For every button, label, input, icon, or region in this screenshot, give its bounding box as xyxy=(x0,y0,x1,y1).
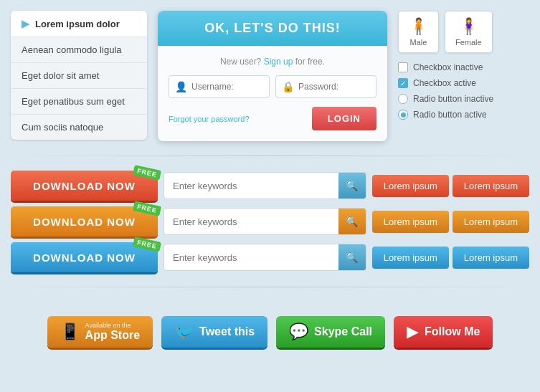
nav-item-label-2: Aenean commodo ligula xyxy=(22,44,121,55)
radio-inactive[interactable] xyxy=(398,94,408,104)
login-panel: OK, LET'S DO THIS! New user? Sign up for… xyxy=(158,11,387,141)
tweet-icon: 🐦 xyxy=(174,322,194,341)
login-fields: 👤 🔒 xyxy=(169,75,376,98)
checkbox-active-label: Checkbox active xyxy=(413,78,476,88)
login-button[interactable]: LOGIN xyxy=(312,107,376,130)
search-btn-1[interactable]: 🔍 xyxy=(338,172,366,199)
tweet-label: Tweet this xyxy=(199,325,255,338)
skype-label: Skype Call xyxy=(314,325,372,338)
login-header: OK, LET'S DO THIS! xyxy=(158,11,387,46)
nav-item-4[interactable]: Eget penatibus sum eget xyxy=(11,89,147,115)
small-btn-red-2[interactable]: Lorem ipsum xyxy=(453,175,529,197)
nav-item-3[interactable]: Eget dolor sit amet xyxy=(11,63,147,89)
female-label: Female xyxy=(455,38,482,47)
nav-item-1[interactable]: ▶ Lorem ipsum dolor xyxy=(11,11,147,37)
small-btn-orange-1[interactable]: Lorem ipsum xyxy=(372,211,449,233)
password-input-wrap: 🔒 xyxy=(275,75,376,98)
small-btn-red-1[interactable]: Lorem ipsum xyxy=(372,175,449,197)
btn-group-1: Lorem ipsum Lorem ipsum xyxy=(372,175,529,197)
checkbox-inactive[interactable] xyxy=(398,62,408,72)
small-btn-orange-2[interactable]: Lorem ipsum xyxy=(453,211,529,233)
follow-button[interactable]: ▶ Follow Me xyxy=(394,316,493,348)
right-panel: 🧍 Male 🧍‍♀️ Female Checkbox inactive Che… xyxy=(398,11,493,120)
nav-item-2[interactable]: Aenean commodo ligula xyxy=(11,37,147,63)
radio-active-row: Radio button active xyxy=(398,110,493,120)
checkbox-active-row: Checkbox active xyxy=(398,78,493,88)
gender-row: 🧍 Male 🧍‍♀️ Female xyxy=(398,11,493,53)
login-new-user-text: New user? Sign up for free. xyxy=(169,57,376,67)
forgot-password-link[interactable]: Forgot your password? xyxy=(169,115,250,123)
free-badge-blue: FREE xyxy=(133,236,161,252)
btn-group-3: Lorem ipsum Lorem ipsum xyxy=(372,247,529,269)
radio-inactive-row: Radio button inactive xyxy=(398,94,493,104)
radio-active-label: Radio button active xyxy=(413,110,487,120)
checkbox-inactive-label: Checkbox inactive xyxy=(413,62,483,72)
female-card[interactable]: 🧍‍♀️ Female xyxy=(445,11,493,53)
search-wrap-3: 🔍 xyxy=(164,244,366,271)
appstore-small-text: Available on the xyxy=(85,322,131,329)
follow-label: Follow Me xyxy=(425,325,480,338)
radio-inactive-label: Radio button inactive xyxy=(413,94,493,104)
checkbox-active[interactable] xyxy=(398,78,408,88)
nav-item-label-3: Eget dolor sit amet xyxy=(22,70,99,81)
tweet-button[interactable]: 🐦 Tweet this xyxy=(161,316,267,348)
free-badge-orange: FREE xyxy=(133,201,161,216)
nav-arrow-icon: ▶ xyxy=(22,18,29,29)
search-btn-3[interactable]: 🔍 xyxy=(338,244,366,271)
download-btn-blue[interactable]: DOWNLOAD NOW FREE xyxy=(11,242,158,272)
lock-icon: 🔒 xyxy=(282,81,294,92)
male-label: Male xyxy=(409,38,428,47)
sign-up-link[interactable]: Sign up xyxy=(264,57,293,67)
male-card[interactable]: 🧍 Male xyxy=(398,11,439,53)
nav-item-5[interactable]: Cum sociis natoque xyxy=(11,115,147,140)
user-icon: 👤 xyxy=(175,81,187,92)
skype-icon: 💬 xyxy=(289,322,308,341)
search-input-1[interactable] xyxy=(164,181,338,191)
follow-text: Follow Me xyxy=(425,325,480,338)
middle-section: DOWNLOAD NOW FREE 🔍 Lorem ipsum Lorem ip… xyxy=(11,171,529,272)
app-store-button[interactable]: 📱 Available on the App Store xyxy=(47,316,153,348)
download-row-1: DOWNLOAD NOW FREE 🔍 Lorem ipsum Lorem ip… xyxy=(11,171,529,201)
search-btn-2[interactable]: 🔍 xyxy=(338,208,366,235)
password-input[interactable] xyxy=(298,76,370,97)
checkbox-inactive-row: Checkbox inactive xyxy=(398,62,493,72)
download-btn-orange[interactable]: DOWNLOAD NOW FREE xyxy=(11,206,158,236)
divider-1 xyxy=(11,156,529,156)
download-btn-red[interactable]: DOWNLOAD NOW FREE xyxy=(11,171,158,201)
nav-item-label-5: Cum sociis natoque xyxy=(22,122,103,133)
username-input-wrap: 👤 xyxy=(169,75,270,98)
tweet-text: Tweet this xyxy=(199,325,255,338)
download-row-2: DOWNLOAD NOW FREE 🔍 Lorem ipsum Lorem ip… xyxy=(11,206,529,236)
search-input-3[interactable] xyxy=(164,252,338,263)
divider-2 xyxy=(11,287,529,287)
username-input[interactable] xyxy=(191,76,263,97)
small-btn-blue-2[interactable]: Lorem ipsum xyxy=(453,247,529,269)
top-row: ▶ Lorem ipsum dolor Aenean commodo ligul… xyxy=(11,11,529,141)
nav-item-label-4: Eget penatibus sum eget xyxy=(22,96,125,107)
small-btn-blue-1[interactable]: Lorem ipsum xyxy=(372,247,449,269)
appstore-text: Available on the App Store xyxy=(85,322,140,342)
left-nav: ▶ Lorem ipsum dolor Aenean commodo ligul… xyxy=(11,11,147,140)
login-body: New user? Sign up for free. 👤 🔒 Forgot xyxy=(158,46,387,141)
search-wrap-1: 🔍 xyxy=(164,172,366,199)
bottom-row: 📱 Available on the App Store 🐦 Tweet thi… xyxy=(11,302,529,355)
female-icon: 🧍‍♀️ xyxy=(455,17,482,36)
appstore-label: App Store xyxy=(85,329,140,342)
search-input-2[interactable] xyxy=(164,216,338,227)
login-header-text: OK, LET'S DO THIS! xyxy=(204,21,340,35)
follow-icon: ▶ xyxy=(407,322,419,341)
skype-button[interactable]: 💬 Skype Call xyxy=(276,316,385,348)
search-wrap-2: 🔍 xyxy=(164,208,366,235)
free-badge-red: FREE xyxy=(133,165,161,181)
male-icon: 🧍 xyxy=(409,17,428,36)
btn-group-2: Lorem ipsum Lorem ipsum xyxy=(372,211,529,233)
appstore-icon: 📱 xyxy=(60,322,80,341)
skype-text: Skype Call xyxy=(314,325,372,338)
radio-active[interactable] xyxy=(398,110,408,120)
login-footer: Forgot your password? LOGIN xyxy=(169,107,376,130)
nav-item-label-1: Lorem ipsum dolor xyxy=(35,19,120,29)
main-wrapper: ▶ Lorem ipsum dolor Aenean commodo ligul… xyxy=(0,0,540,365)
download-row-3: DOWNLOAD NOW FREE 🔍 Lorem ipsum Lorem ip… xyxy=(11,242,529,272)
